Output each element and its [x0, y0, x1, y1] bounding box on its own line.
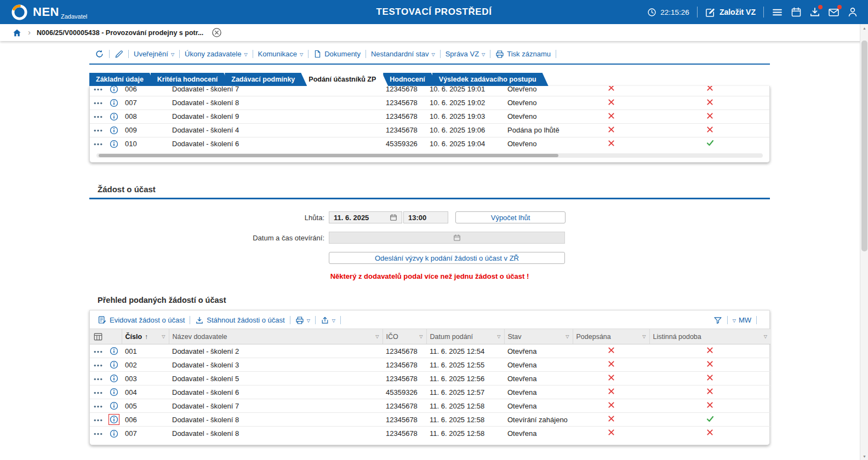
row-menu-icon[interactable] [93, 418, 103, 422]
filter-caret-icon[interactable]: ▽ [162, 334, 165, 339]
row-menu-dots-icon [93, 364, 103, 367]
tab-3-active[interactable]: Podání účastníků ZP [302, 73, 388, 86]
cell-status: Otevřena [504, 399, 573, 413]
downloads-button[interactable] [809, 7, 820, 18]
tab-5[interactable]: Výsledek zadávacího postupu [432, 73, 549, 86]
info-icon [110, 401, 118, 410]
toolbar-item-6[interactable]: Tisk záznamu [495, 50, 551, 59]
row-info-icon[interactable] [110, 86, 118, 94]
deadline-time-input[interactable]: 13:00 [403, 211, 448, 223]
row-menu-icon[interactable] [93, 432, 103, 436]
column-settings-icon[interactable] [93, 332, 103, 342]
filter-caret-icon[interactable]: ▽ [764, 334, 767, 339]
column-header-cislo[interactable]: Číslo↑▽ [122, 329, 169, 344]
table-row[interactable]: 001Dodavatel - školení 21234567811. 6. 2… [90, 344, 770, 358]
column-header-podepsana[interactable]: Podepsána▽ [573, 329, 649, 344]
calendar-button[interactable] [791, 7, 802, 18]
toolbar-item-4[interactable]: Nestandardní stav▽ [371, 50, 435, 58]
filter-caret-icon[interactable]: ▽ [419, 334, 422, 339]
tab-2[interactable]: Zadávací podmínky [225, 73, 307, 86]
profile-button[interactable] [847, 7, 858, 18]
row-menu-icon[interactable] [93, 377, 103, 381]
tab-0[interactable]: Základní údaje [89, 73, 156, 86]
row-info-icon[interactable] [110, 401, 118, 410]
scroll-up-arrow[interactable]: ▲ [860, 24, 868, 32]
row-info-icon[interactable] [110, 140, 118, 148]
tab-1[interactable]: Kritéria hodnocení [151, 73, 230, 86]
toolbar-item-2[interactable]: Komunikace▽ [258, 50, 304, 58]
requests-panel: Evidovat žádost o účast Stáhnout žádosti… [89, 310, 770, 445]
table-row[interactable]: 007Dodavatel - školení 81234567810. 6. 2… [90, 96, 769, 110]
row-info-icon[interactable] [110, 99, 118, 107]
home-icon[interactable] [12, 28, 22, 38]
deadline-date-input[interactable]: 11. 6. 2025 [329, 211, 402, 223]
filter-button[interactable] [713, 316, 722, 325]
breadcrumb-record[interactable]: N006/25/V00005438 - Provozování prodejny… [37, 29, 203, 37]
column-header-listinna[interactable]: Listinná podoba▽ [649, 329, 770, 344]
calculate-deadlines-button[interactable]: Výpočet lhůt [455, 211, 566, 223]
filter-caret-icon[interactable]: ▽ [566, 334, 569, 339]
table-row[interactable]: 008Dodavatel - školení 91234567810. 6. 2… [90, 110, 769, 123]
cell-date: 10. 6. 2025 19:04 [426, 137, 504, 151]
table-row[interactable]: 003Dodavatel - školení 51234567811. 6. 2… [90, 372, 770, 386]
table-row[interactable]: 002Dodavatel - školení 31234567811. 6. 2… [90, 358, 770, 372]
table-row[interactable]: 005Dodavatel - školení 71234567811. 6. 2… [90, 399, 770, 413]
row-info-icon-highlighted[interactable] [110, 415, 118, 424]
edit-record-button[interactable] [115, 50, 123, 59]
row-menu-icon[interactable] [93, 101, 103, 105]
export-button[interactable]: ▽ [321, 316, 335, 325]
column-header-nazev[interactable]: Název dodavatele▽ [169, 329, 382, 344]
row-info-icon[interactable] [110, 112, 118, 121]
row-menu-icon[interactable] [93, 129, 103, 133]
messages-button[interactable] [828, 7, 840, 18]
column-header-datum[interactable]: Datum podání▽ [426, 329, 504, 344]
scrollbar-thumb[interactable] [861, 41, 867, 251]
toolbar-item-1[interactable]: Úkony zadavatele▽ [185, 50, 248, 58]
row-info-icon[interactable] [110, 360, 118, 369]
filter-caret-icon[interactable]: ▽ [375, 334, 379, 339]
print-button[interactable]: ▽ [295, 316, 310, 325]
mw-view-button[interactable]: ▽ MW [733, 316, 751, 324]
horizontal-scrollbar[interactable] [96, 153, 763, 158]
row-info-icon[interactable] [110, 347, 118, 355]
row-menu-icon[interactable] [93, 142, 103, 146]
nen-logo-icon[interactable] [11, 4, 28, 21]
menu-button[interactable] [772, 7, 783, 18]
toolbar-item-0[interactable]: Uveřejnění▽ [134, 50, 174, 58]
column-header-ico[interactable]: IČO▽ [382, 329, 426, 344]
cell-paper [649, 427, 770, 440]
row-menu-icon[interactable] [93, 364, 103, 367]
row-info-icon[interactable] [110, 374, 118, 383]
calendar-icon[interactable] [390, 214, 397, 221]
download-requests-button[interactable]: Stáhnout žádosti o účast [195, 316, 284, 325]
register-request-button[interactable]: Evidovat žádost o účast [98, 315, 185, 325]
table-row[interactable]: 004Dodavatel - školení 64535932611. 6. 2… [90, 386, 770, 399]
table-row[interactable]: 007Dodavatel - školení 81234567811. 6. 2… [90, 427, 770, 440]
filter-caret-icon[interactable]: ▽ [497, 334, 500, 339]
vertical-scrollbar[interactable]: ▲ ▼ [860, 24, 868, 460]
toolbar-item-5[interactable]: Správa VZ▽ [446, 50, 486, 58]
scrollbar-thumb[interactable] [99, 154, 558, 157]
row-menu-icon[interactable] [93, 405, 103, 409]
send-invitation-button[interactable]: Odeslání výzvy k podání žádosti o účast … [329, 252, 565, 264]
table-row[interactable]: 006Dodavatel - školení 71234567810. 6. 2… [90, 86, 769, 96]
row-info-icon[interactable] [110, 388, 118, 396]
close-record-button[interactable] [212, 27, 222, 38]
filter-caret-icon[interactable]: ▽ [642, 334, 646, 339]
table-row[interactable]: 010Dodavatel - školení 64535932610. 6. 2… [90, 137, 769, 151]
row-menu-icon[interactable] [93, 391, 103, 395]
row-info-icon[interactable] [110, 126, 118, 135]
column-header-stav[interactable]: Stav▽ [504, 329, 573, 344]
tab-4[interactable]: Hodnocení [383, 73, 437, 86]
cell-number: 005 [122, 399, 169, 413]
row-menu-icon[interactable] [93, 350, 103, 354]
history-button[interactable] [95, 49, 104, 59]
table-row[interactable]: 009Dodavatel - školení 41234567810. 6. 2… [90, 123, 769, 137]
row-menu-icon[interactable] [93, 88, 103, 91]
table-row[interactable]: 006Dodavatel - školení 81234567811. 6. 2… [90, 413, 770, 427]
scroll-down-arrow[interactable]: ▼ [860, 452, 868, 460]
create-vz-button[interactable]: Založit VZ [705, 7, 756, 18]
row-menu-icon[interactable] [93, 115, 103, 119]
toolbar-item-3[interactable]: Dokumenty [313, 50, 361, 58]
row-info-icon[interactable] [110, 429, 118, 438]
